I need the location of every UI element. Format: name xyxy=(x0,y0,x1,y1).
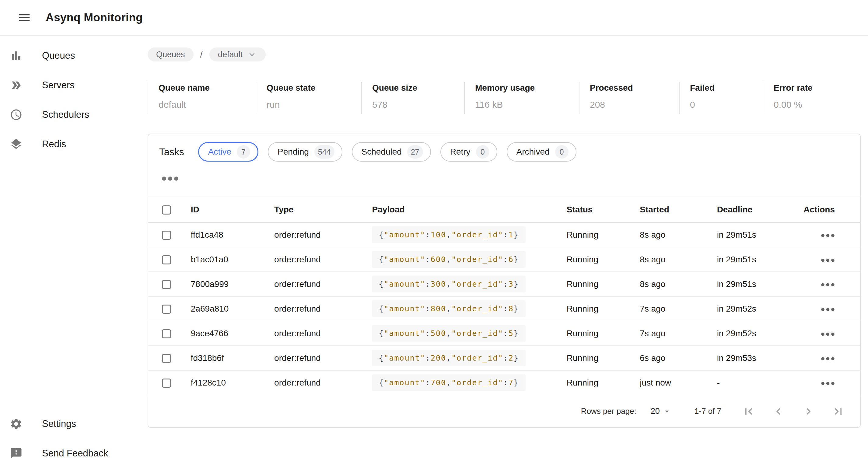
task-started: 8s ago xyxy=(640,272,717,297)
task-deadline: in 29m52s xyxy=(717,297,801,321)
breadcrumb-separator: / xyxy=(200,49,203,60)
task-id: 2a69a810 xyxy=(191,297,274,321)
breadcrumb-current-label: default xyxy=(218,50,243,59)
task-payload: {"amount":600,"order_id":6} xyxy=(372,251,525,268)
sidebar: Queues Servers Schedulers Redis xyxy=(0,36,148,468)
row-actions-button[interactable] xyxy=(821,307,835,313)
tasks-title: Tasks xyxy=(159,146,184,158)
tasks-card-header: Tasks Active 7 Pending 544 Scheduled 27 xyxy=(148,134,860,162)
tab-label: Active xyxy=(208,147,231,157)
tab-retry[interactable]: Retry 0 xyxy=(440,142,497,162)
task-id: fd318b6f xyxy=(191,346,274,370)
task-deadline: in 29m51s xyxy=(717,247,801,272)
ellipsis-icon xyxy=(162,176,179,181)
row-checkbox[interactable] xyxy=(162,329,171,338)
sidebar-item-send-feedback[interactable]: Send Feedback xyxy=(0,438,148,468)
task-type: order:refund xyxy=(274,297,372,321)
sidebar-item-label: Queues xyxy=(42,50,75,61)
pagination-nav xyxy=(741,404,845,419)
task-type: order:refund xyxy=(274,247,372,272)
table-pagination: Rows per page: 20 1-7 of 7 xyxy=(148,395,860,427)
sidebar-item-settings[interactable]: Settings xyxy=(0,409,148,438)
table-row: ffd1ca48 order:refund {"amount":100,"ord… xyxy=(148,222,860,247)
rows-per-page-value: 20 xyxy=(651,407,660,416)
stat-value: 578 xyxy=(372,99,464,110)
table-row: f4128c10 order:refund {"amount":700,"ord… xyxy=(148,370,860,395)
tab-count-badge: 27 xyxy=(407,145,423,159)
breadcrumb-queues-chip[interactable]: Queues xyxy=(148,48,193,61)
last-page-button[interactable] xyxy=(831,404,845,419)
rows-per-page-label: Rows per page: xyxy=(581,407,637,416)
stat-label: Queue state xyxy=(267,83,361,93)
row-checkbox[interactable] xyxy=(162,280,171,289)
select-all-checkbox[interactable] xyxy=(162,206,171,215)
row-actions-button[interactable] xyxy=(821,258,835,263)
menu-button[interactable] xyxy=(14,8,34,27)
task-status: Running xyxy=(567,222,640,247)
sidebar-item-label: Schedulers xyxy=(42,109,89,120)
row-checkbox[interactable] xyxy=(162,305,171,314)
previous-page-button[interactable] xyxy=(771,404,786,419)
tab-count-badge: 0 xyxy=(555,145,568,159)
stat-failed: Failed 0 xyxy=(679,82,763,114)
table-header-row: ID Type Payload Status Started Deadline … xyxy=(148,197,860,222)
task-payload: {"amount":500,"order_id":5} xyxy=(372,325,525,342)
bulk-actions-menu-button[interactable] xyxy=(162,176,179,181)
col-header-payload: Payload xyxy=(372,197,566,222)
task-status: Running xyxy=(567,247,640,272)
sidebar-item-schedulers[interactable]: Schedulers xyxy=(0,100,148,129)
tab-pending[interactable]: Pending 544 xyxy=(268,142,342,162)
tab-label: Pending xyxy=(278,147,309,157)
breadcrumb-root-label: Queues xyxy=(156,50,185,59)
sidebar-item-queues[interactable]: Queues xyxy=(0,41,148,70)
stat-queue-size: Queue size 578 xyxy=(361,82,464,114)
row-actions-button[interactable] xyxy=(821,332,835,337)
next-page-button[interactable] xyxy=(801,404,816,419)
breadcrumb: Queues / default xyxy=(148,47,861,62)
row-checkbox[interactable] xyxy=(162,354,171,363)
task-type: order:refund xyxy=(274,222,372,247)
tab-label: Archived xyxy=(517,147,550,157)
sidebar-item-redis[interactable]: Redis xyxy=(0,129,148,159)
row-actions-button[interactable] xyxy=(821,356,835,362)
sidebar-item-servers[interactable]: Servers xyxy=(0,70,148,100)
task-id: 7800a999 xyxy=(191,272,274,297)
task-deadline: in 29m53s xyxy=(717,346,801,370)
clock-icon xyxy=(9,108,23,122)
task-deadline: in 29m51s xyxy=(717,272,801,297)
double-arrow-icon xyxy=(9,78,23,92)
task-payload: {"amount":100,"order_id":1} xyxy=(372,226,525,243)
feedback-icon xyxy=(9,446,23,460)
table-row: 9ace4766 order:refund {"amount":500,"ord… xyxy=(148,321,860,346)
task-id: b1ac01a0 xyxy=(191,247,274,272)
queue-select-chip[interactable]: default xyxy=(209,48,266,61)
tasks-table: ID Type Payload Status Started Deadline … xyxy=(148,196,860,395)
tab-scheduled[interactable]: Scheduled 27 xyxy=(352,142,431,162)
row-checkbox[interactable] xyxy=(162,231,171,240)
task-payload: {"amount":800,"order_id":8} xyxy=(372,300,525,317)
tab-active[interactable]: Active 7 xyxy=(198,142,258,162)
task-id: f4128c10 xyxy=(191,370,274,395)
row-actions-button[interactable] xyxy=(821,233,835,239)
queue-stats: Queue name default Queue state run Queue… xyxy=(148,82,861,114)
pagination-range: 1-7 of 7 xyxy=(694,407,721,416)
row-checkbox[interactable] xyxy=(162,255,171,264)
chevron-down-icon xyxy=(247,49,257,60)
stat-label: Queue size xyxy=(372,83,464,93)
row-actions-button[interactable] xyxy=(821,283,835,288)
task-id: 9ace4766 xyxy=(191,321,274,346)
stat-processed: Processed 208 xyxy=(579,82,679,114)
tab-archived[interactable]: Archived 0 xyxy=(507,142,577,162)
task-id: ffd1ca48 xyxy=(191,222,274,247)
task-deadline: in 29m51s xyxy=(717,222,801,247)
col-header-deadline: Deadline xyxy=(717,197,801,222)
first-page-button[interactable] xyxy=(741,404,756,419)
row-actions-button[interactable] xyxy=(821,381,835,386)
row-checkbox[interactable] xyxy=(162,378,171,388)
stat-value: run xyxy=(267,99,361,110)
task-started: 8s ago xyxy=(640,247,717,272)
table-row: 7800a999 order:refund {"amount":300,"ord… xyxy=(148,272,860,297)
task-status: Running xyxy=(567,370,640,395)
layers-icon xyxy=(9,137,23,151)
rows-per-page-select[interactable]: 20 xyxy=(651,407,672,416)
